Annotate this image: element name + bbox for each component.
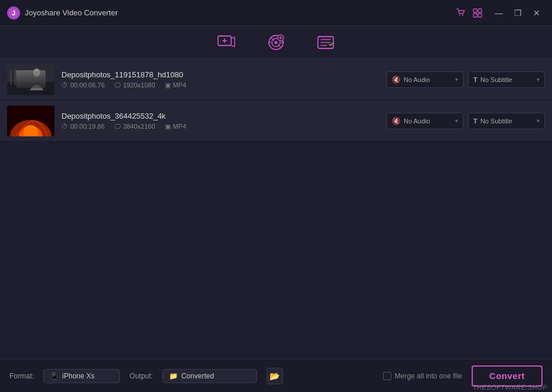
format-label: Format: <box>9 372 34 380</box>
chevron-down-icon: ▾ <box>537 117 540 124</box>
file-name: Depositphotos_364425532_4k <box>61 112 379 120</box>
chevron-down-icon: ▾ <box>537 76 540 83</box>
file-duration: ⏱ 00:00:19.86 <box>61 123 105 130</box>
audio-mute-icon: 🔇 <box>392 117 401 125</box>
svg-rect-16 <box>14 69 16 85</box>
svg-point-10 <box>283 41 284 43</box>
svg-rect-15 <box>10 70 12 85</box>
file-resolution: 🖵 1920x1080 <box>114 81 155 89</box>
chevron-down-icon: ▾ <box>455 117 458 124</box>
resolution-icon: 🖵 <box>114 123 121 130</box>
svg-point-0 <box>459 15 460 16</box>
thumbnail-image <box>7 106 54 136</box>
app-logo: J <box>7 6 20 19</box>
svg-rect-3 <box>478 9 482 12</box>
bottom-bar: Format: 📱 iPhone Xs Output: 📁 Converted … <box>0 359 552 392</box>
app-title: Joyoshare Video Converter <box>25 8 453 17</box>
file-meta: ⏱ 00:00:19.86 🖵 3840x2160 ▣ MP4 <box>61 123 379 130</box>
file-thumbnail <box>7 106 54 136</box>
svg-point-1 <box>462 15 463 16</box>
folder-icon: 📁 <box>169 372 178 380</box>
thumb-svg <box>7 106 54 136</box>
folder-open-icon: 📂 <box>269 371 280 381</box>
audio-mute-icon: 🔇 <box>392 76 401 84</box>
thumb-svg <box>7 64 54 95</box>
format-icon <box>267 33 285 52</box>
file-info: Depositphotos_119151878_hd1080 ⏱ 00:00:0… <box>61 70 379 89</box>
merge-checkbox-label[interactable]: Merge all into one file <box>383 372 462 380</box>
file-item: Depositphotos_119151878_hd1080 ⏱ 00:00:0… <box>0 59 552 100</box>
svg-point-9 <box>275 41 278 44</box>
grid-icon-btn[interactable] <box>469 6 486 20</box>
format-button[interactable] <box>263 30 289 55</box>
clock-icon: ⏱ <box>61 81 68 89</box>
svg-rect-4 <box>473 14 477 17</box>
file-list: Depositphotos_119151878_hd1080 ⏱ 00:00:0… <box>0 59 552 359</box>
film-icon: ▣ <box>165 81 171 89</box>
film-icon: ▣ <box>165 123 171 130</box>
file-name: Depositphotos_119151878_hd1080 <box>61 70 379 79</box>
window-controls: — ❐ ✕ <box>491 6 545 20</box>
svg-rect-5 <box>478 14 482 17</box>
minimize-button[interactable]: — <box>491 6 507 20</box>
file-resolution: 🖵 3840x2160 <box>114 123 155 130</box>
cart-icon <box>456 8 466 18</box>
svg-point-18 <box>33 68 40 77</box>
format-value: iPhone Xs <box>62 372 95 380</box>
merge-checkbox[interactable] <box>383 372 391 380</box>
title-bar: J Joyoshare Video Converter — ❐ ✕ <box>0 0 552 26</box>
output-value: Converted <box>181 372 214 380</box>
svg-rect-2 <box>473 9 477 12</box>
file-duration: ⏱ 00:00:06.76 <box>61 81 105 89</box>
history-button[interactable] <box>313 30 339 55</box>
file-controls: 🔇 No Audio ▾ T No Subtitle ▾ <box>387 113 545 129</box>
browse-folder-button[interactable]: 📂 <box>267 368 283 384</box>
add-media-icon <box>217 33 236 52</box>
history-icon <box>317 34 335 51</box>
clock-icon: ⏱ <box>61 123 68 130</box>
subtitle-icon: T <box>473 117 478 125</box>
file-item: Depositphotos_364425532_4k ⏱ 00:00:19.86… <box>0 100 552 142</box>
subtitle-icon: T <box>473 76 478 83</box>
output-label: Output: <box>129 372 152 380</box>
output-selector[interactable]: 📁 Converted <box>163 369 257 383</box>
audio-dropdown-1[interactable]: 🔇 No Audio ▾ <box>387 71 463 88</box>
file-format: ▣ MP4 <box>165 123 187 130</box>
file-controls: 🔇 No Audio ▾ T No Subtitle ▾ <box>387 71 545 88</box>
grid-icon <box>473 8 482 18</box>
phone-icon: 📱 <box>50 372 59 380</box>
toolbar <box>0 26 552 59</box>
thumbnail-image <box>7 64 54 95</box>
svg-rect-17 <box>18 71 20 85</box>
chevron-down-icon: ▾ <box>455 76 458 83</box>
subtitle-dropdown-2[interactable]: T No Subtitle ▾ <box>468 113 545 129</box>
convert-button[interactable]: Convert <box>472 365 543 387</box>
resolution-icon: 🖵 <box>114 81 121 89</box>
file-format: ▣ MP4 <box>165 81 187 89</box>
maximize-button[interactable]: ❐ <box>509 6 526 20</box>
format-selector[interactable]: 📱 iPhone Xs <box>43 369 120 383</box>
cart-icon-btn[interactable] <box>453 6 469 20</box>
file-info: Depositphotos_364425532_4k ⏱ 00:00:19.86… <box>61 112 379 130</box>
add-media-button[interactable] <box>213 30 239 55</box>
subtitle-dropdown-1[interactable]: T No Subtitle ▾ <box>468 71 545 88</box>
close-button[interactable]: ✕ <box>528 6 545 20</box>
file-thumbnail <box>7 64 54 95</box>
file-meta: ⏱ 00:00:06.76 🖵 1920x1080 ▣ MP4 <box>61 81 379 89</box>
audio-dropdown-2[interactable]: 🔇 No Audio ▾ <box>387 113 463 129</box>
